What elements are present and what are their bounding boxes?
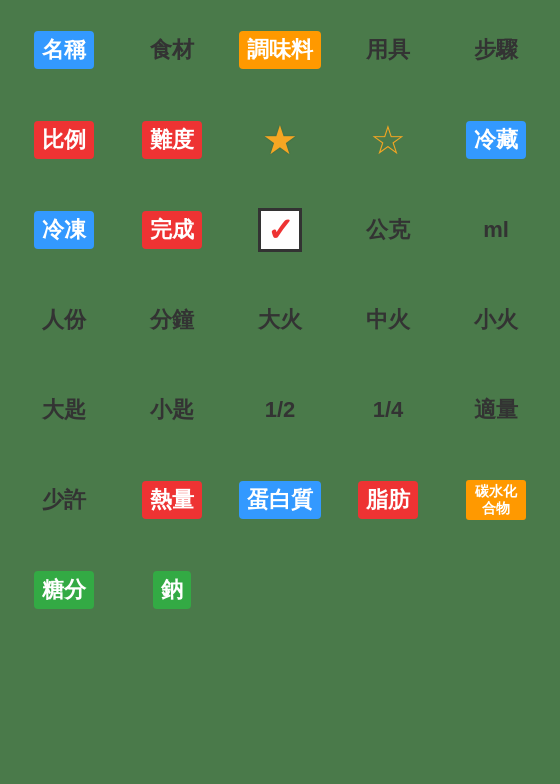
cell-r4-c4[interactable]: 適量 <box>442 380 550 440</box>
label-小匙: 小匙 <box>142 391 202 429</box>
label-鈉: 鈉 <box>153 571 191 609</box>
cell-r5-c0[interactable]: 少許 <box>10 470 118 530</box>
label-脂肪: 脂肪 <box>358 481 418 519</box>
label-人份: 人份 <box>34 301 94 339</box>
label-1/2: 1/2 <box>257 393 304 427</box>
label-碳水化合物: 碳水化合物 <box>466 480 526 520</box>
label-冷凍: 冷凍 <box>34 211 94 249</box>
label-大火: 大火 <box>250 301 310 339</box>
cell-r3-c0[interactable]: 人份 <box>10 290 118 350</box>
cell-r1-c4[interactable]: 冷藏 <box>442 110 550 170</box>
label-小火: 小火 <box>466 301 526 339</box>
label-熱量: 熱量 <box>142 481 202 519</box>
cell-r6-c0[interactable]: 糖分 <box>10 560 118 620</box>
cell-r3-c4[interactable]: 小火 <box>442 290 550 350</box>
star-outline-icon: ☆ <box>370 117 406 163</box>
label-冷藏: 冷藏 <box>466 121 526 159</box>
cell-r2-c4[interactable]: ml <box>442 200 550 260</box>
cell-r1-c1[interactable]: 難度 <box>118 110 226 170</box>
cell-r2-c3[interactable]: 公克 <box>334 200 442 260</box>
cell-r6-c3[interactable] <box>334 560 442 620</box>
cell-r4-c1[interactable]: 小匙 <box>118 380 226 440</box>
cell-r2-c1[interactable]: 完成 <box>118 200 226 260</box>
cell-r0-c0[interactable]: 名稱 <box>10 20 118 80</box>
cell-r3-c1[interactable]: 分鐘 <box>118 290 226 350</box>
label-步驟: 步驟 <box>466 31 526 69</box>
cell-r5-c2[interactable]: 蛋白質 <box>226 470 334 530</box>
label-調味料: 調味料 <box>239 31 321 69</box>
cell-r0-c4[interactable]: 步驟 <box>442 20 550 80</box>
label-糖分: 糖分 <box>34 571 94 609</box>
label-比例: 比例 <box>34 121 94 159</box>
label-蛋白質: 蛋白質 <box>239 481 321 519</box>
cell-r0-c3[interactable]: 用具 <box>334 20 442 80</box>
star-filled-icon: ★ <box>262 117 298 163</box>
cell-r5-c4[interactable]: 碳水化合物 <box>442 470 550 530</box>
label-完成: 完成 <box>142 211 202 249</box>
label-分鐘: 分鐘 <box>142 301 202 339</box>
cell-r3-c3[interactable]: 中火 <box>334 290 442 350</box>
cell-r4-c3[interactable]: 1/4 <box>334 380 442 440</box>
cell-r6-c2[interactable] <box>226 560 334 620</box>
cell-r1-c0[interactable]: 比例 <box>10 110 118 170</box>
cell-r4-c0[interactable]: 大匙 <box>10 380 118 440</box>
emoji-grid: 名稱食材調味料用具步驟比例難度★☆冷藏冷凍完成✓公克ml人份分鐘大火中火小火大匙… <box>0 0 560 640</box>
label-用具: 用具 <box>358 31 418 69</box>
checkmark-icon: ✓ <box>267 214 294 246</box>
label-大匙: 大匙 <box>34 391 94 429</box>
cell-r2-c0[interactable]: 冷凍 <box>10 200 118 260</box>
checkbox-icon: ✓ <box>258 208 302 252</box>
label-少許: 少許 <box>34 481 94 519</box>
cell-r1-c2[interactable]: ★ <box>226 110 334 170</box>
label-公克: 公克 <box>358 211 418 249</box>
cell-r1-c3[interactable]: ☆ <box>334 110 442 170</box>
cell-r4-c2[interactable]: 1/2 <box>226 380 334 440</box>
label-難度: 難度 <box>142 121 202 159</box>
cell-r3-c2[interactable]: 大火 <box>226 290 334 350</box>
label-1/4: 1/4 <box>365 393 412 427</box>
label-名稱: 名稱 <box>34 31 94 69</box>
label-食材: 食材 <box>142 31 202 69</box>
cell-r5-c1[interactable]: 熱量 <box>118 470 226 530</box>
label-中火: 中火 <box>358 301 418 339</box>
cell-r6-c1[interactable]: 鈉 <box>118 560 226 620</box>
cell-r2-c2[interactable]: ✓ <box>226 200 334 260</box>
label-適量: 適量 <box>466 391 526 429</box>
cell-r5-c3[interactable]: 脂肪 <box>334 470 442 530</box>
cell-r6-c4[interactable] <box>442 560 550 620</box>
cell-r0-c1[interactable]: 食材 <box>118 20 226 80</box>
cell-r0-c2[interactable]: 調味料 <box>226 20 334 80</box>
label-ml: ml <box>475 213 517 247</box>
